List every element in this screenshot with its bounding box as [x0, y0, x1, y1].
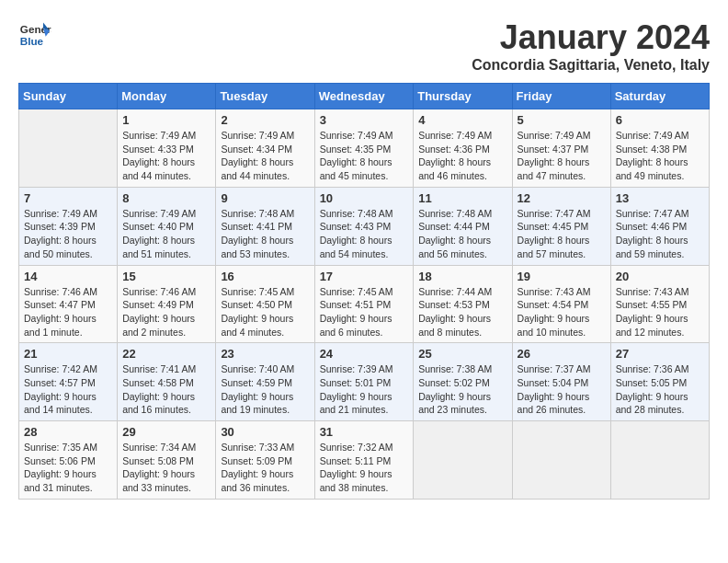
day-number: 15 — [122, 270, 210, 283]
calendar-cell: 20Sunrise: 7:43 AMSunset: 4:55 PMDayligh… — [610, 265, 709, 343]
day-info: Sunrise: 7:43 AMSunset: 4:55 PMDaylight:… — [616, 285, 704, 339]
calendar-cell — [512, 421, 610, 500]
calendar-table: SundayMondayTuesdayWednesdayThursdayFrid… — [18, 83, 710, 500]
day-info: Sunrise: 7:37 AMSunset: 5:04 PMDaylight:… — [518, 362, 606, 417]
day-number: 26 — [518, 347, 606, 361]
day-number: 13 — [616, 191, 704, 205]
day-number: 29 — [122, 425, 210, 439]
day-info: Sunrise: 7:48 AMSunset: 4:41 PMDaylight:… — [221, 207, 309, 261]
day-info: Sunrise: 7:40 AMSunset: 4:59 PMDaylight:… — [221, 362, 309, 417]
calendar-cell: 1Sunrise: 7:49 AMSunset: 4:33 PMDaylight… — [118, 109, 216, 188]
day-info: Sunrise: 7:32 AMSunset: 5:11 PMDaylight:… — [320, 441, 409, 495]
day-info: Sunrise: 7:38 AMSunset: 5:02 PMDaylight:… — [418, 362, 506, 417]
page-header: General Blue January 2024 Concordia Sagi… — [18, 18, 710, 74]
week-row-5: 28Sunrise: 7:35 AMSunset: 5:06 PMDayligh… — [19, 421, 710, 500]
calendar-cell: 23Sunrise: 7:40 AMSunset: 4:59 PMDayligh… — [216, 343, 314, 421]
day-info: Sunrise: 7:45 AMSunset: 4:50 PMDaylight:… — [221, 285, 309, 339]
day-number: 25 — [418, 347, 506, 361]
calendar-cell: 25Sunrise: 7:38 AMSunset: 5:02 PMDayligh… — [414, 343, 512, 421]
day-info: Sunrise: 7:43 AMSunset: 4:54 PMDaylight:… — [518, 285, 606, 339]
calendar-cell: 3Sunrise: 7:49 AMSunset: 4:35 PMDaylight… — [314, 109, 414, 188]
day-number: 1 — [122, 113, 210, 127]
calendar-cell — [414, 421, 512, 500]
day-info: Sunrise: 7:49 AMSunset: 4:40 PMDaylight:… — [122, 207, 210, 261]
calendar-cell: 30Sunrise: 7:33 AMSunset: 5:09 PMDayligh… — [216, 421, 314, 500]
day-number: 3 — [320, 113, 409, 127]
day-info: Sunrise: 7:48 AMSunset: 4:43 PMDaylight:… — [320, 207, 409, 261]
weekday-header-monday: Monday — [118, 84, 216, 109]
day-info: Sunrise: 7:49 AMSunset: 4:34 PMDaylight:… — [221, 129, 309, 183]
day-info: Sunrise: 7:49 AMSunset: 4:39 PMDaylight:… — [24, 207, 112, 261]
day-number: 20 — [616, 270, 704, 283]
week-row-3: 14Sunrise: 7:46 AMSunset: 4:47 PMDayligh… — [19, 265, 710, 343]
calendar-cell: 18Sunrise: 7:44 AMSunset: 4:53 PMDayligh… — [414, 265, 512, 343]
calendar-cell — [19, 109, 118, 188]
day-info: Sunrise: 7:49 AMSunset: 4:35 PMDaylight:… — [320, 129, 409, 183]
calendar-cell: 10Sunrise: 7:48 AMSunset: 4:43 PMDayligh… — [314, 187, 414, 265]
day-info: Sunrise: 7:46 AMSunset: 4:47 PMDaylight:… — [24, 285, 112, 339]
day-number: 9 — [221, 191, 309, 205]
calendar-cell: 26Sunrise: 7:37 AMSunset: 5:04 PMDayligh… — [512, 343, 610, 421]
day-number: 21 — [24, 347, 112, 361]
day-info: Sunrise: 7:48 AMSunset: 4:44 PMDaylight:… — [418, 207, 506, 261]
calendar-cell: 19Sunrise: 7:43 AMSunset: 4:54 PMDayligh… — [512, 265, 610, 343]
day-number: 8 — [122, 191, 210, 205]
day-number: 4 — [418, 113, 506, 127]
weekday-header-tuesday: Tuesday — [216, 84, 314, 109]
calendar-cell: 22Sunrise: 7:41 AMSunset: 4:58 PMDayligh… — [118, 343, 216, 421]
weekday-header-friday: Friday — [512, 84, 610, 109]
day-number: 19 — [518, 270, 606, 283]
weekday-header-row: SundayMondayTuesdayWednesdayThursdayFrid… — [19, 84, 710, 109]
day-number: 17 — [320, 270, 409, 283]
day-number: 18 — [418, 270, 506, 283]
calendar-cell: 2Sunrise: 7:49 AMSunset: 4:34 PMDaylight… — [216, 109, 314, 188]
calendar-cell: 27Sunrise: 7:36 AMSunset: 5:05 PMDayligh… — [610, 343, 709, 421]
location-subtitle: Concordia Sagittaria, Veneto, Italy — [472, 57, 710, 74]
day-info: Sunrise: 7:41 AMSunset: 4:58 PMDaylight:… — [122, 362, 210, 417]
calendar-cell: 13Sunrise: 7:47 AMSunset: 4:46 PMDayligh… — [610, 187, 709, 265]
calendar-cell: 14Sunrise: 7:46 AMSunset: 4:47 PMDayligh… — [19, 265, 118, 343]
day-info: Sunrise: 7:44 AMSunset: 4:53 PMDaylight:… — [418, 285, 506, 339]
calendar-cell: 11Sunrise: 7:48 AMSunset: 4:44 PMDayligh… — [414, 187, 512, 265]
day-info: Sunrise: 7:47 AMSunset: 4:45 PMDaylight:… — [518, 207, 606, 261]
calendar-cell: 9Sunrise: 7:48 AMSunset: 4:41 PMDaylight… — [216, 187, 314, 265]
weekday-header-saturday: Saturday — [610, 84, 709, 109]
calendar-cell: 17Sunrise: 7:45 AMSunset: 4:51 PMDayligh… — [314, 265, 414, 343]
day-info: Sunrise: 7:45 AMSunset: 4:51 PMDaylight:… — [320, 285, 409, 339]
calendar-cell — [610, 421, 709, 500]
day-info: Sunrise: 7:42 AMSunset: 4:57 PMDaylight:… — [24, 362, 112, 417]
day-number: 12 — [518, 191, 606, 205]
day-number: 22 — [122, 347, 210, 361]
calendar-cell: 31Sunrise: 7:32 AMSunset: 5:11 PMDayligh… — [314, 421, 414, 500]
day-number: 23 — [221, 347, 309, 361]
day-info: Sunrise: 7:49 AMSunset: 4:36 PMDaylight:… — [418, 129, 506, 183]
calendar-cell: 24Sunrise: 7:39 AMSunset: 5:01 PMDayligh… — [314, 343, 414, 421]
day-number: 2 — [221, 113, 309, 127]
day-number: 27 — [616, 347, 704, 361]
calendar-cell: 8Sunrise: 7:49 AMSunset: 4:40 PMDaylight… — [118, 187, 216, 265]
svg-text:Blue: Blue — [20, 35, 44, 47]
day-number: 7 — [24, 191, 112, 205]
month-title: January 2024 — [472, 18, 710, 57]
day-info: Sunrise: 7:36 AMSunset: 5:05 PMDaylight:… — [616, 362, 704, 417]
week-row-1: 1Sunrise: 7:49 AMSunset: 4:33 PMDaylight… — [19, 109, 710, 188]
calendar-cell: 12Sunrise: 7:47 AMSunset: 4:45 PMDayligh… — [512, 187, 610, 265]
calendar-cell: 7Sunrise: 7:49 AMSunset: 4:39 PMDaylight… — [19, 187, 118, 265]
day-info: Sunrise: 7:33 AMSunset: 5:09 PMDaylight:… — [221, 441, 309, 495]
day-info: Sunrise: 7:49 AMSunset: 4:37 PMDaylight:… — [518, 129, 606, 183]
day-info: Sunrise: 7:49 AMSunset: 4:38 PMDaylight:… — [616, 129, 704, 183]
day-number: 5 — [518, 113, 606, 127]
day-number: 28 — [24, 425, 112, 439]
day-number: 16 — [221, 270, 309, 283]
day-number: 14 — [24, 270, 112, 283]
calendar-cell: 6Sunrise: 7:49 AMSunset: 4:38 PMDaylight… — [610, 109, 709, 188]
calendar-cell: 28Sunrise: 7:35 AMSunset: 5:06 PMDayligh… — [19, 421, 118, 500]
weekday-header-wednesday: Wednesday — [314, 84, 414, 109]
weekday-header-sunday: Sunday — [19, 84, 118, 109]
day-number: 6 — [616, 113, 704, 127]
weekday-header-thursday: Thursday — [414, 84, 512, 109]
week-row-4: 21Sunrise: 7:42 AMSunset: 4:57 PMDayligh… — [19, 343, 710, 421]
logo: General Blue — [18, 18, 51, 52]
logo-icon: General Blue — [18, 18, 51, 52]
day-info: Sunrise: 7:46 AMSunset: 4:49 PMDaylight:… — [122, 285, 210, 339]
